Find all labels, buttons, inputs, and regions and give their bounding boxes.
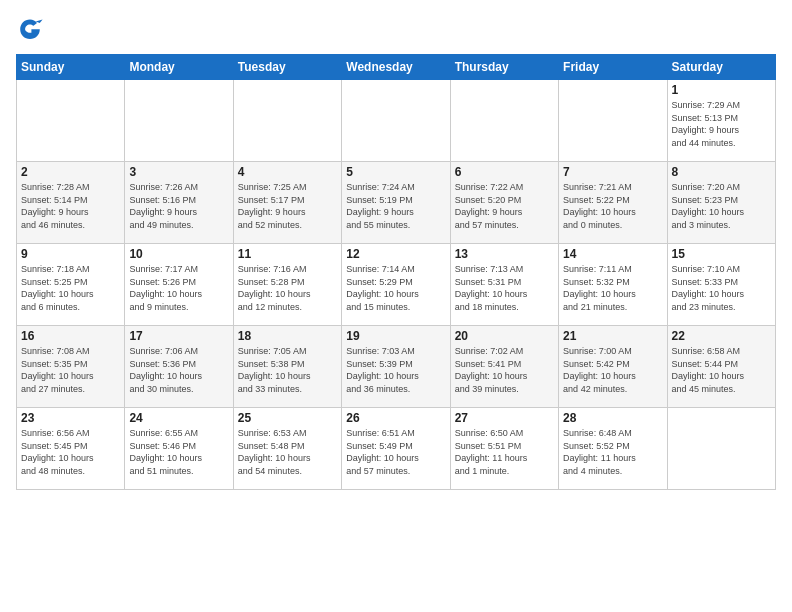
day-number: 4 bbox=[238, 165, 337, 179]
table-row: 20Sunrise: 7:02 AM Sunset: 5:41 PM Dayli… bbox=[450, 326, 558, 408]
calendar-week-row: 1Sunrise: 7:29 AM Sunset: 5:13 PM Daylig… bbox=[17, 80, 776, 162]
table-row bbox=[17, 80, 125, 162]
day-number: 22 bbox=[672, 329, 771, 343]
logo-icon bbox=[16, 16, 44, 44]
day-info: Sunrise: 6:53 AM Sunset: 5:48 PM Dayligh… bbox=[238, 427, 337, 477]
day-info: Sunrise: 7:06 AM Sunset: 5:36 PM Dayligh… bbox=[129, 345, 228, 395]
day-number: 12 bbox=[346, 247, 445, 261]
day-info: Sunrise: 7:22 AM Sunset: 5:20 PM Dayligh… bbox=[455, 181, 554, 231]
day-number: 24 bbox=[129, 411, 228, 425]
day-info: Sunrise: 7:03 AM Sunset: 5:39 PM Dayligh… bbox=[346, 345, 445, 395]
table-row: 10Sunrise: 7:17 AM Sunset: 5:26 PM Dayli… bbox=[125, 244, 233, 326]
calendar-week-row: 23Sunrise: 6:56 AM Sunset: 5:45 PM Dayli… bbox=[17, 408, 776, 490]
calendar-week-row: 16Sunrise: 7:08 AM Sunset: 5:35 PM Dayli… bbox=[17, 326, 776, 408]
table-row: 18Sunrise: 7:05 AM Sunset: 5:38 PM Dayli… bbox=[233, 326, 341, 408]
table-row: 2Sunrise: 7:28 AM Sunset: 5:14 PM Daylig… bbox=[17, 162, 125, 244]
day-number: 9 bbox=[21, 247, 120, 261]
day-info: Sunrise: 6:56 AM Sunset: 5:45 PM Dayligh… bbox=[21, 427, 120, 477]
day-number: 25 bbox=[238, 411, 337, 425]
day-number: 19 bbox=[346, 329, 445, 343]
day-info: Sunrise: 6:51 AM Sunset: 5:49 PM Dayligh… bbox=[346, 427, 445, 477]
day-number: 13 bbox=[455, 247, 554, 261]
logo bbox=[16, 16, 48, 44]
table-row bbox=[450, 80, 558, 162]
table-row: 13Sunrise: 7:13 AM Sunset: 5:31 PM Dayli… bbox=[450, 244, 558, 326]
day-info: Sunrise: 6:55 AM Sunset: 5:46 PM Dayligh… bbox=[129, 427, 228, 477]
table-row bbox=[667, 408, 775, 490]
day-number: 11 bbox=[238, 247, 337, 261]
day-info: Sunrise: 7:00 AM Sunset: 5:42 PM Dayligh… bbox=[563, 345, 662, 395]
table-row: 1Sunrise: 7:29 AM Sunset: 5:13 PM Daylig… bbox=[667, 80, 775, 162]
day-info: Sunrise: 6:48 AM Sunset: 5:52 PM Dayligh… bbox=[563, 427, 662, 477]
day-number: 18 bbox=[238, 329, 337, 343]
day-info: Sunrise: 7:26 AM Sunset: 5:16 PM Dayligh… bbox=[129, 181, 228, 231]
day-info: Sunrise: 7:24 AM Sunset: 5:19 PM Dayligh… bbox=[346, 181, 445, 231]
day-number: 14 bbox=[563, 247, 662, 261]
day-number: 27 bbox=[455, 411, 554, 425]
day-number: 26 bbox=[346, 411, 445, 425]
day-number: 21 bbox=[563, 329, 662, 343]
day-info: Sunrise: 7:20 AM Sunset: 5:23 PM Dayligh… bbox=[672, 181, 771, 231]
table-row: 25Sunrise: 6:53 AM Sunset: 5:48 PM Dayli… bbox=[233, 408, 341, 490]
day-number: 15 bbox=[672, 247, 771, 261]
day-number: 28 bbox=[563, 411, 662, 425]
day-number: 3 bbox=[129, 165, 228, 179]
day-info: Sunrise: 7:14 AM Sunset: 5:29 PM Dayligh… bbox=[346, 263, 445, 313]
day-of-week-header: Wednesday bbox=[342, 55, 450, 80]
day-info: Sunrise: 7:25 AM Sunset: 5:17 PM Dayligh… bbox=[238, 181, 337, 231]
day-of-week-header: Friday bbox=[559, 55, 667, 80]
table-row: 9Sunrise: 7:18 AM Sunset: 5:25 PM Daylig… bbox=[17, 244, 125, 326]
day-of-week-header: Monday bbox=[125, 55, 233, 80]
table-row: 14Sunrise: 7:11 AM Sunset: 5:32 PM Dayli… bbox=[559, 244, 667, 326]
day-of-week-header: Saturday bbox=[667, 55, 775, 80]
table-row: 5Sunrise: 7:24 AM Sunset: 5:19 PM Daylig… bbox=[342, 162, 450, 244]
page: SundayMondayTuesdayWednesdayThursdayFrid… bbox=[0, 0, 792, 612]
table-row: 26Sunrise: 6:51 AM Sunset: 5:49 PM Dayli… bbox=[342, 408, 450, 490]
day-of-week-header: Tuesday bbox=[233, 55, 341, 80]
day-number: 6 bbox=[455, 165, 554, 179]
table-row bbox=[559, 80, 667, 162]
table-row: 17Sunrise: 7:06 AM Sunset: 5:36 PM Dayli… bbox=[125, 326, 233, 408]
day-info: Sunrise: 7:08 AM Sunset: 5:35 PM Dayligh… bbox=[21, 345, 120, 395]
day-info: Sunrise: 7:28 AM Sunset: 5:14 PM Dayligh… bbox=[21, 181, 120, 231]
calendar-table: SundayMondayTuesdayWednesdayThursdayFrid… bbox=[16, 54, 776, 490]
day-info: Sunrise: 7:05 AM Sunset: 5:38 PM Dayligh… bbox=[238, 345, 337, 395]
table-row: 11Sunrise: 7:16 AM Sunset: 5:28 PM Dayli… bbox=[233, 244, 341, 326]
day-info: Sunrise: 7:11 AM Sunset: 5:32 PM Dayligh… bbox=[563, 263, 662, 313]
table-row: 16Sunrise: 7:08 AM Sunset: 5:35 PM Dayli… bbox=[17, 326, 125, 408]
day-number: 8 bbox=[672, 165, 771, 179]
day-of-week-header: Thursday bbox=[450, 55, 558, 80]
day-number: 1 bbox=[672, 83, 771, 97]
table-row bbox=[342, 80, 450, 162]
table-row: 15Sunrise: 7:10 AM Sunset: 5:33 PM Dayli… bbox=[667, 244, 775, 326]
day-of-week-header: Sunday bbox=[17, 55, 125, 80]
day-info: Sunrise: 7:10 AM Sunset: 5:33 PM Dayligh… bbox=[672, 263, 771, 313]
day-number: 23 bbox=[21, 411, 120, 425]
table-row: 8Sunrise: 7:20 AM Sunset: 5:23 PM Daylig… bbox=[667, 162, 775, 244]
day-number: 20 bbox=[455, 329, 554, 343]
day-number: 17 bbox=[129, 329, 228, 343]
day-info: Sunrise: 7:17 AM Sunset: 5:26 PM Dayligh… bbox=[129, 263, 228, 313]
calendar-week-row: 9Sunrise: 7:18 AM Sunset: 5:25 PM Daylig… bbox=[17, 244, 776, 326]
day-info: Sunrise: 7:02 AM Sunset: 5:41 PM Dayligh… bbox=[455, 345, 554, 395]
table-row: 12Sunrise: 7:14 AM Sunset: 5:29 PM Dayli… bbox=[342, 244, 450, 326]
table-row: 23Sunrise: 6:56 AM Sunset: 5:45 PM Dayli… bbox=[17, 408, 125, 490]
day-info: Sunrise: 7:18 AM Sunset: 5:25 PM Dayligh… bbox=[21, 263, 120, 313]
table-row: 24Sunrise: 6:55 AM Sunset: 5:46 PM Dayli… bbox=[125, 408, 233, 490]
table-row: 28Sunrise: 6:48 AM Sunset: 5:52 PM Dayli… bbox=[559, 408, 667, 490]
table-row bbox=[125, 80, 233, 162]
table-row bbox=[233, 80, 341, 162]
table-row: 6Sunrise: 7:22 AM Sunset: 5:20 PM Daylig… bbox=[450, 162, 558, 244]
table-row: 4Sunrise: 7:25 AM Sunset: 5:17 PM Daylig… bbox=[233, 162, 341, 244]
day-number: 16 bbox=[21, 329, 120, 343]
day-number: 5 bbox=[346, 165, 445, 179]
calendar-header-row: SundayMondayTuesdayWednesdayThursdayFrid… bbox=[17, 55, 776, 80]
day-info: Sunrise: 7:29 AM Sunset: 5:13 PM Dayligh… bbox=[672, 99, 771, 149]
table-row: 7Sunrise: 7:21 AM Sunset: 5:22 PM Daylig… bbox=[559, 162, 667, 244]
day-info: Sunrise: 6:58 AM Sunset: 5:44 PM Dayligh… bbox=[672, 345, 771, 395]
table-row: 21Sunrise: 7:00 AM Sunset: 5:42 PM Dayli… bbox=[559, 326, 667, 408]
table-row: 27Sunrise: 6:50 AM Sunset: 5:51 PM Dayli… bbox=[450, 408, 558, 490]
day-info: Sunrise: 7:13 AM Sunset: 5:31 PM Dayligh… bbox=[455, 263, 554, 313]
table-row: 3Sunrise: 7:26 AM Sunset: 5:16 PM Daylig… bbox=[125, 162, 233, 244]
header bbox=[16, 16, 776, 44]
